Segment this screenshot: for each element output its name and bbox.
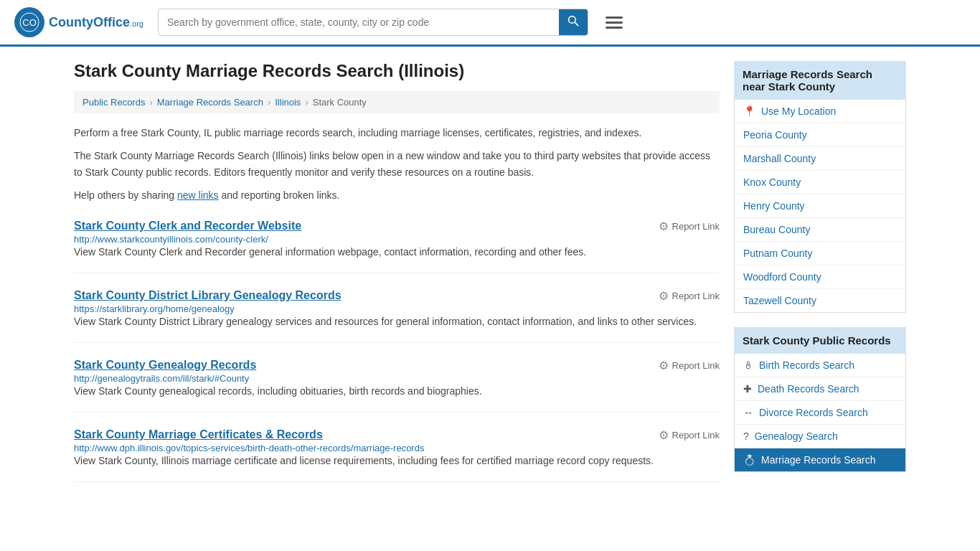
- description-1: Perform a free Stark County, IL public m…: [74, 125, 720, 141]
- report-link-2[interactable]: ⚙ Report Link: [659, 289, 720, 303]
- breadcrumb-sep-3: ›: [305, 97, 308, 108]
- result-item: Stark County Genealogy Records ⚙ Report …: [74, 359, 720, 413]
- nearby-link-bureau[interactable]: Bureau County: [743, 224, 810, 235]
- description-3: Help others by sharing new links and rep…: [74, 187, 720, 203]
- result-title-3[interactable]: Stark County Genealogy Records: [74, 359, 256, 372]
- marriage-records-link[interactable]: Marriage Records Search: [761, 454, 876, 466]
- nearby-heading: Marriage Records Search near Stark Count…: [734, 61, 906, 100]
- logo[interactable]: CO CountyOffice.org: [14, 7, 143, 37]
- divorce-icon: ↔: [743, 407, 753, 418]
- report-label-3: Report Link: [672, 360, 720, 371]
- breadcrumb-marriage-records[interactable]: Marriage Records Search: [157, 97, 263, 108]
- nearby-link-peoria[interactable]: Peoria County: [743, 129, 807, 141]
- search-input[interactable]: [159, 11, 559, 34]
- marriage-icon: 💍: [743, 454, 755, 466]
- menu-bar-3: [606, 27, 623, 29]
- search-bar: [158, 9, 588, 36]
- breadcrumb-illinois[interactable]: Illinois: [275, 97, 301, 108]
- death-records-link[interactable]: Death Records Search: [758, 383, 859, 395]
- nearby-item-woodford[interactable]: Woodford County: [735, 265, 905, 289]
- report-label-4: Report Link: [672, 430, 720, 441]
- report-label-2: Report Link: [672, 291, 720, 301]
- nearby-section: Marriage Records Search near Stark Count…: [734, 61, 906, 313]
- description-2: The Stark County Marriage Records Search…: [74, 148, 720, 180]
- nearby-item-location[interactable]: 📍 Use My Location: [735, 100, 905, 123]
- report-label-1: Report Link: [672, 221, 720, 232]
- breadcrumb-public-records[interactable]: Public Records: [83, 97, 145, 108]
- birth-icon: 🕯: [743, 359, 753, 371]
- result-header: Stark County District Library Genealogy …: [74, 289, 720, 303]
- divorce-records-link[interactable]: Divorce Records Search: [759, 407, 868, 418]
- public-records-item-death[interactable]: ✚ Death Records Search: [735, 377, 905, 401]
- location-icon: 📍: [743, 105, 755, 117]
- result-url-2[interactable]: https://starklibrary.org/home/genealogy: [74, 303, 235, 314]
- nearby-link-putnam[interactable]: Putnam County: [743, 248, 813, 259]
- report-link-3[interactable]: ⚙ Report Link: [659, 359, 720, 372]
- menu-bar-1: [606, 17, 623, 19]
- result-item: Stark County Clerk and Recorder Website …: [74, 220, 720, 273]
- report-icon-3: ⚙: [659, 359, 669, 372]
- header: CO CountyOffice.org: [0, 0, 980, 47]
- nearby-link-woodford[interactable]: Woodford County: [743, 271, 821, 283]
- logo-text: CountyOffice.org: [49, 15, 143, 30]
- nearby-item-knox[interactable]: Knox County: [735, 171, 905, 194]
- menu-bar-2: [606, 22, 623, 24]
- result-title-2[interactable]: Stark County District Library Genealogy …: [74, 289, 341, 302]
- result-item: Stark County District Library Genealogy …: [74, 289, 720, 343]
- breadcrumb-sep-2: ›: [268, 97, 270, 108]
- result-desc-1: View Stark County Clerk and Recorder gen…: [74, 245, 720, 260]
- result-url-1[interactable]: http://www.starkcountyillinois.com/count…: [74, 234, 268, 245]
- birth-records-link[interactable]: Birth Records Search: [759, 359, 854, 371]
- nearby-item-bureau[interactable]: Bureau County: [735, 218, 905, 242]
- result-header: Stark County Marriage Certificates & Rec…: [74, 428, 720, 442]
- logo-icon: CO: [14, 7, 44, 37]
- report-link-1[interactable]: ⚙ Report Link: [659, 220, 720, 233]
- nearby-item-marshall[interactable]: Marshall County: [735, 147, 905, 171]
- death-icon: ✚: [743, 383, 752, 395]
- result-desc-4: View Stark County, Illinois marriage cer…: [74, 453, 720, 468]
- nearby-list: 📍 Use My Location Peoria County Marshall…: [734, 100, 906, 313]
- nearby-item-henry[interactable]: Henry County: [735, 194, 905, 218]
- nearby-item-peoria[interactable]: Peoria County: [735, 123, 905, 147]
- result-url-3[interactable]: http://genealogytrails.com/ill/stark/#Co…: [74, 373, 249, 384]
- report-link-4[interactable]: ⚙ Report Link: [659, 428, 720, 442]
- result-title-4[interactable]: Stark County Marriage Certificates & Rec…: [74, 428, 323, 441]
- nearby-link-knox[interactable]: Knox County: [743, 176, 801, 188]
- new-links-link[interactable]: new links: [177, 189, 219, 201]
- result-url-4[interactable]: http://www.dph.illinois.gov/topics-servi…: [74, 443, 424, 453]
- search-button[interactable]: [559, 9, 588, 35]
- result-desc-2: View Stark County District Library genea…: [74, 314, 720, 329]
- genealogy-icon: ?: [743, 430, 749, 442]
- nearby-item-tazewell[interactable]: Tazewell County: [735, 289, 905, 312]
- nearby-link-tazewell[interactable]: Tazewell County: [743, 295, 816, 306]
- genealogy-search-link[interactable]: Genealogy Search: [755, 430, 838, 442]
- result-title-1[interactable]: Stark County Clerk and Recorder Website: [74, 220, 301, 232]
- page-title: Stark County Marriage Records Search (Il…: [74, 61, 720, 81]
- public-records-item-genealogy[interactable]: ? Genealogy Search: [735, 425, 905, 448]
- content-area: Stark County Marriage Records Search (Il…: [74, 61, 720, 486]
- svg-line-3: [575, 22, 578, 26]
- breadcrumb-stark-county: Stark County: [313, 97, 367, 108]
- public-records-list: 🕯 Birth Records Search ✚ Death Records S…: [734, 354, 906, 472]
- nearby-link-location[interactable]: Use My Location: [761, 105, 836, 117]
- result-item: Stark County Marriage Certificates & Rec…: [74, 428, 720, 482]
- nearby-link-henry[interactable]: Henry County: [743, 200, 805, 212]
- public-records-item-divorce[interactable]: ↔ Divorce Records Search: [735, 401, 905, 425]
- report-icon-1: ⚙: [659, 220, 669, 233]
- main-layout: Stark County Marriage Records Search (Il…: [60, 47, 920, 501]
- public-records-item-marriage[interactable]: 💍 Marriage Records Search: [735, 448, 905, 471]
- report-icon-4: ⚙: [659, 428, 669, 442]
- result-desc-3: View Stark County genealogical records, …: [74, 384, 720, 399]
- public-records-item-birth[interactable]: 🕯 Birth Records Search: [735, 354, 905, 377]
- nearby-link-marshall[interactable]: Marshall County: [743, 153, 816, 164]
- sidebar: Marriage Records Search near Stark Count…: [734, 61, 906, 486]
- svg-text:CO: CO: [22, 17, 37, 28]
- svg-point-2: [569, 17, 576, 24]
- menu-button[interactable]: [603, 14, 626, 32]
- public-records-heading: Stark County Public Records: [734, 327, 906, 354]
- report-icon-2: ⚙: [659, 289, 669, 303]
- breadcrumb: Public Records › Marriage Records Search…: [74, 91, 720, 113]
- public-records-section: Stark County Public Records 🕯 Birth Reco…: [734, 327, 906, 472]
- breadcrumb-sep-1: ›: [149, 97, 152, 108]
- nearby-item-putnam[interactable]: Putnam County: [735, 242, 905, 265]
